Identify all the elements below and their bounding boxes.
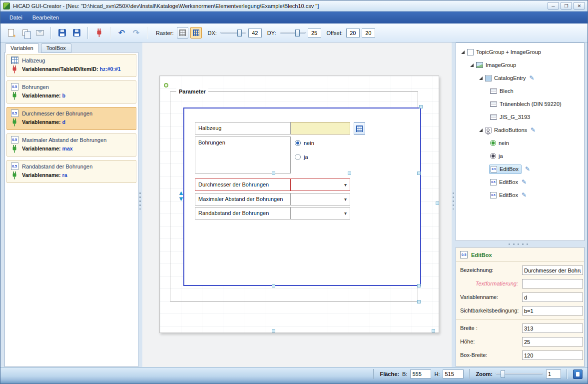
radio-option-nein[interactable]: nein (295, 140, 314, 146)
variable-item-bohrungen[interactable]: 0.5 Bohrungen Variablenname: b (6, 80, 136, 104)
expander-icon[interactable] (470, 64, 474, 67)
tree-props-splitter[interactable] (452, 241, 588, 247)
edit-pencil-icon[interactable]: ✎ (522, 192, 527, 198)
offset-y-field[interactable] (362, 28, 375, 38)
menu-datei[interactable]: Datei (4, 12, 27, 22)
slider-track[interactable] (280, 32, 306, 34)
left-splitter[interactable] (138, 42, 142, 367)
minimize-button[interactable]: ─ (548, 2, 559, 10)
resize-handle[interactable] (432, 329, 435, 332)
tree-node-jis[interactable]: JIS_G_3193 (456, 110, 584, 124)
move-down-icon[interactable]: ▼ (178, 196, 184, 202)
tree-node-editbox[interactable]: 0.5 EditBox ✎ (456, 176, 584, 188)
sichtbarkeitsbedingung-field[interactable] (522, 306, 583, 316)
resize-handle[interactable] (272, 172, 275, 175)
zoom-slider[interactable] (496, 370, 543, 378)
slider-thumb[interactable] (501, 370, 505, 378)
tree-node-traenenblech[interactable]: Tränenblech (DIN 59220) (456, 98, 584, 110)
edit-pencil-icon[interactable]: ✎ (531, 126, 536, 134)
bezeichnung-field[interactable] (522, 266, 583, 275)
design-page[interactable]: Parameter Halbzeug Bohrungen nein ja Dur… (159, 76, 439, 333)
dropdown-arrow-icon[interactable]: ▾ (342, 180, 349, 190)
tree-node-editbox-selected[interactable]: 0.5 EditBox ✎ (456, 162, 584, 176)
origin-handle[interactable] (164, 83, 168, 88)
tree-node-catalogentry[interactable]: CatalogEntry ✎ (456, 72, 584, 84)
tree-node-topicgroup[interactable]: TopicGroup + ImageGroup (456, 46, 584, 58)
hoehe-field[interactable] (522, 337, 583, 346)
expander-icon[interactable] (461, 50, 465, 54)
resize-handle[interactable] (272, 284, 275, 288)
new-file-button[interactable]: ✶ (4, 26, 17, 39)
tree-node-radiobuttons[interactable]: RadioButtons ✎ (456, 124, 584, 136)
edit-pencil-icon[interactable]: ✎ (522, 178, 527, 186)
menu-bearbeiten[interactable]: Bearbeiten (27, 12, 64, 22)
max-abstand-dropdown[interactable]: ▾ (291, 193, 350, 206)
insert-variable-button[interactable] (93, 26, 105, 39)
resize-handle[interactable] (417, 300, 421, 304)
resize-handle[interactable] (419, 105, 423, 108)
maximize-button[interactable]: ❐ (561, 2, 572, 10)
durchmesser-dropdown[interactable]: ▾ (291, 178, 350, 191)
offset-x-field[interactable] (346, 28, 360, 38)
design-canvas[interactable]: Parameter Halbzeug Bohrungen nein ja Dur… (142, 42, 452, 367)
close-button[interactable]: ✕ (574, 2, 585, 10)
tree-node-blech[interactable]: Blech (456, 84, 584, 98)
area-width-field[interactable] (410, 370, 431, 378)
form-label-max-abstand[interactable]: Maximaler Abstand der Bohrungen (195, 193, 291, 206)
save-button[interactable] (56, 26, 68, 39)
radio-option-ja[interactable]: ja (295, 154, 308, 160)
dropdown-arrow-icon[interactable]: ▾ (342, 208, 349, 218)
edit-pencil-icon[interactable]: ✎ (530, 74, 535, 82)
form-label-bohrungen[interactable]: Bohrungen (195, 136, 291, 174)
undo-button[interactable]: ↶ (115, 26, 128, 39)
tab-toolbox[interactable]: ToolBox (41, 44, 71, 53)
slider-thumb[interactable] (295, 29, 300, 37)
resize-handle[interactable] (272, 329, 275, 332)
zoom-field[interactable] (546, 370, 561, 378)
new-from-template-button[interactable] (19, 26, 31, 39)
area-height-field[interactable] (443, 370, 464, 378)
radio-checked-icon[interactable] (295, 140, 301, 146)
resize-handle[interactable] (348, 172, 351, 175)
expander-icon[interactable] (479, 128, 483, 132)
textformatierung-field[interactable] (522, 279, 583, 288)
variable-item-durchmesser[interactable]: 0.5 Durchmesser der Bohrungen Variablenn… (6, 107, 136, 130)
variable-item-halbzeug[interactable]: Halbzeug Variablenname/TableID/ItemID: h… (6, 54, 136, 77)
dy-slider[interactable] (280, 28, 306, 38)
resize-handle[interactable] (417, 284, 421, 288)
tree-node-imagegroup[interactable]: ImageGroup (456, 58, 584, 72)
tab-variablen[interactable]: Variablen (5, 44, 39, 53)
variable-item-max[interactable]: 0.5 Maximaler Abstand der Bohrungen Vari… (6, 134, 136, 156)
grid-on-button[interactable] (190, 27, 202, 38)
resize-handle[interactable] (417, 172, 421, 175)
open-button[interactable] (33, 26, 46, 39)
tree-node-editbox[interactable]: 0.5 EditBox ✎ (456, 188, 584, 202)
variable-item-randabstand[interactable]: 0.5 Randabstand der Bohrungen Variablenn… (6, 160, 136, 183)
redo-button[interactable]: ↷ (130, 26, 142, 39)
catalog-button[interactable] (354, 122, 365, 134)
move-row-arrows[interactable]: ▲ ▼ (178, 190, 184, 202)
tree-node-ja[interactable]: ja (456, 150, 584, 162)
randabstand-dropdown[interactable]: ▾ (291, 207, 350, 220)
radio-unchecked-icon[interactable] (295, 154, 301, 160)
dy-field[interactable] (308, 28, 321, 38)
form-label-durchmesser[interactable]: Durchmesser der Bohrungen (195, 178, 291, 191)
expander-icon[interactable] (479, 76, 483, 80)
slider-thumb[interactable] (237, 29, 242, 37)
right-splitter[interactable] (452, 42, 455, 367)
box-breite-field[interactable] (522, 350, 583, 360)
breite-field[interactable] (522, 324, 583, 333)
fit-view-button[interactable] (573, 370, 583, 379)
tree-node-nein[interactable]: nein (456, 136, 584, 150)
variablenname-field[interactable] (522, 292, 583, 302)
form-label-randabstand[interactable]: Randabstand der Bohrungen (195, 207, 291, 220)
edit-pencil-icon[interactable]: ✎ (525, 166, 530, 172)
slider-track[interactable] (220, 32, 246, 34)
dx-field[interactable] (248, 28, 262, 38)
resize-handle[interactable] (436, 202, 439, 205)
save-as-button[interactable] (70, 26, 83, 39)
form-label-halbzeug[interactable]: Halbzeug (195, 122, 291, 134)
grid-off-button[interactable] (177, 27, 188, 38)
halbzeug-input[interactable] (291, 122, 350, 134)
dx-slider[interactable] (220, 28, 246, 38)
